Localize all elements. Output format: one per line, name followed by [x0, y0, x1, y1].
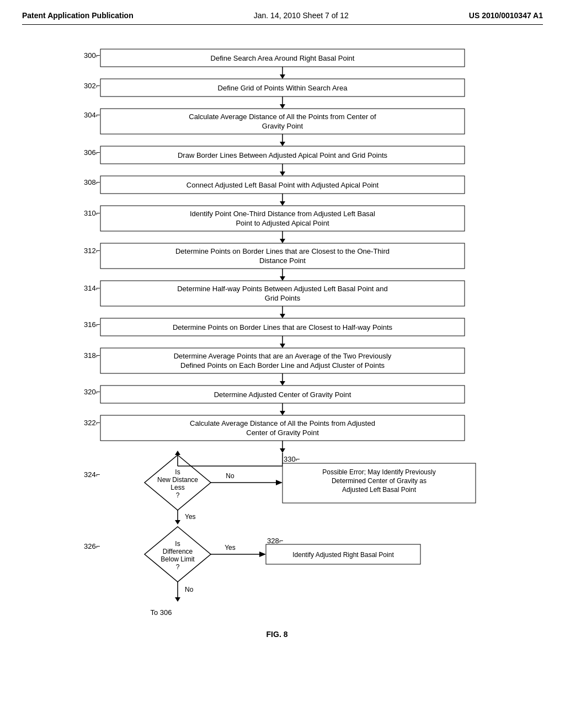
svg-text:Below Limit: Below Limit [161, 555, 195, 563]
svg-text:?: ? [176, 491, 180, 499]
svg-text:?: ? [176, 563, 180, 571]
svg-text:308⌐: 308⌐ [84, 178, 100, 186]
svg-text:316⌐: 316⌐ [84, 320, 100, 329]
svg-text:Determine Points on Border Lin: Determine Points on Border Lines that ar… [175, 247, 390, 255]
svg-marker-4 [280, 74, 285, 79]
flowchart-svg: 300⌐ Define Search Area Around Right Bas… [67, 41, 498, 681]
svg-marker-54 [280, 381, 285, 386]
svg-text:Define Grid of Points Within S: Define Grid of Points Within Search Area [218, 84, 348, 92]
svg-text:304⌐: 304⌐ [84, 111, 100, 119]
svg-text:Center of Gravity Point: Center of Gravity Point [246, 429, 319, 437]
svg-text:Determine Average Points that : Determine Average Points that are an Ave… [174, 352, 392, 360]
svg-text:320⌐: 320⌐ [84, 388, 100, 396]
svg-text:Connect Adjusted Left Basal Po: Connect Adjusted Left Basal Point with A… [186, 181, 379, 189]
svg-marker-20 [280, 172, 285, 176]
svg-text:322⌐: 322⌐ [84, 419, 100, 427]
svg-marker-75 [175, 451, 180, 455]
svg-text:302⌐: 302⌐ [84, 82, 100, 90]
svg-text:328⌐: 328⌐ [267, 537, 284, 545]
svg-text:314⌐: 314⌐ [84, 284, 100, 292]
svg-text:312⌐: 312⌐ [84, 247, 100, 255]
svg-text:FIG. 8: FIG. 8 [266, 630, 288, 639]
svg-text:330⌐: 330⌐ [284, 455, 300, 463]
svg-text:No: No [185, 586, 194, 593]
svg-text:Calculate Average Distance of : Calculate Average Distance of All the Po… [190, 419, 375, 427]
svg-text:Distance Point: Distance Point [259, 256, 306, 265]
svg-text:Identify Adjusted Right Basal : Identify Adjusted Right Basal Point [292, 551, 394, 559]
svg-text:Identify Point One-Third Dista: Identify Point One-Third Distance from A… [190, 210, 375, 218]
svg-text:Determine Adjusted Center of G: Determine Adjusted Center of Gravity Poi… [214, 390, 351, 399]
svg-text:324⌐: 324⌐ [84, 470, 100, 479]
svg-text:300⌐: 300⌐ [84, 51, 100, 60]
svg-marker-31 [280, 239, 285, 243]
header-left: Patent Application Publication [22, 11, 134, 20]
svg-text:Determined Center of Gravity a: Determined Center of Gravity as [332, 477, 427, 485]
svg-text:Difference: Difference [163, 548, 193, 555]
svg-marker-65 [280, 448, 285, 453]
svg-marker-15 [280, 142, 285, 146]
svg-text:Grid Points: Grid Points [265, 294, 301, 302]
svg-marker-85 [175, 520, 180, 524]
svg-text:Is: Is [175, 468, 180, 476]
svg-marker-43 [280, 314, 285, 318]
svg-text:326⌐: 326⌐ [84, 542, 100, 550]
svg-text:Calculate Average Distance of : Calculate Average Distance of All the Po… [189, 113, 376, 121]
svg-text:Define Search Area Around Righ: Define Search Area Around Right Basal Po… [211, 54, 355, 62]
header-center: Jan. 14, 2010 Sheet 7 of 12 [254, 11, 349, 20]
svg-text:New Distance: New Distance [157, 476, 198, 484]
svg-text:Possible Error; May Identify P: Possible Error; May Identify Previously [322, 468, 435, 476]
svg-marker-77 [276, 480, 282, 485]
svg-marker-37 [280, 276, 285, 281]
svg-marker-94 [259, 552, 266, 557]
header: Patent Application Publication Jan. 14, … [22, 11, 543, 25]
svg-text:Determine Points on Border Lin: Determine Points on Border Lines that ar… [173, 323, 393, 331]
svg-text:Yes: Yes [185, 513, 196, 521]
svg-marker-59 [280, 411, 285, 415]
flowchart-container: 300⌐ Define Search Area Around Right Bas… [67, 41, 498, 683]
svg-text:Draw Border Lines Between Adju: Draw Border Lines Between Adjusted Apica… [178, 151, 388, 159]
svg-text:Defined Points on Each Border : Defined Points on Each Border Line and A… [180, 361, 385, 370]
svg-text:Yes: Yes [225, 544, 236, 552]
header-right: US 2010/0010347 A1 [469, 11, 543, 20]
svg-text:Gravity Point: Gravity Point [262, 122, 303, 130]
svg-text:Adjusted Left Basal Point: Adjusted Left Basal Point [342, 486, 417, 494]
svg-text:Determine Half-way Points Betw: Determine Half-way Points Between Adjust… [177, 285, 388, 293]
svg-text:318⌐: 318⌐ [84, 351, 100, 360]
page: Patent Application Publication Jan. 14, … [0, 0, 565, 728]
svg-text:Is: Is [175, 540, 180, 548]
svg-marker-25 [280, 201, 285, 206]
svg-marker-100 [175, 597, 180, 602]
svg-text:Point to Adjusted Apical Point: Point to Adjusted Apical Point [236, 219, 329, 227]
svg-marker-48 [280, 344, 285, 348]
svg-text:No: No [226, 472, 234, 480]
svg-marker-9 [280, 104, 285, 109]
svg-text:310⌐: 310⌐ [84, 209, 100, 217]
svg-text:To 306: To 306 [150, 608, 172, 617]
svg-text:Less: Less [170, 484, 184, 491]
svg-text:306⌐: 306⌐ [84, 148, 100, 157]
